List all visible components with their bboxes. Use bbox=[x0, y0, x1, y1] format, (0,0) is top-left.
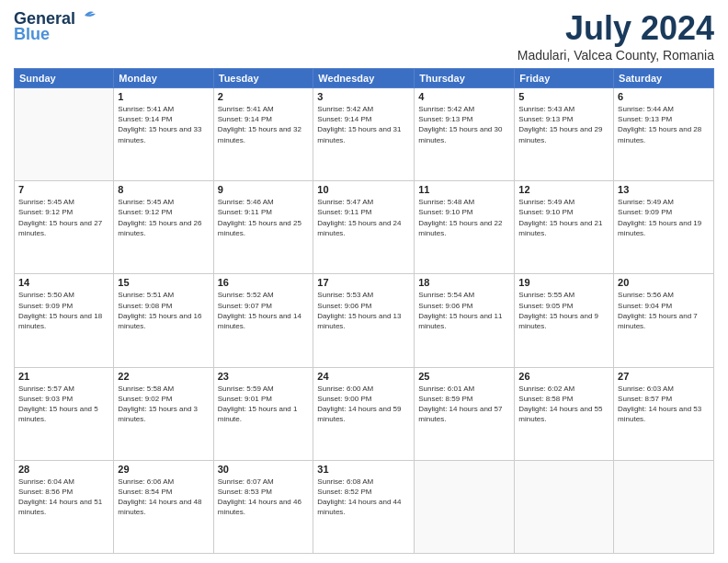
cell-w2-d6: 12Sunrise: 5:49 AM Sunset: 9:10 PM Dayli… bbox=[515, 181, 614, 274]
day-number: 10 bbox=[317, 184, 410, 195]
day-number: 21 bbox=[18, 371, 109, 382]
day-number: 28 bbox=[18, 464, 109, 475]
weekday-header-row: Sunday Monday Tuesday Wednesday Thursday… bbox=[15, 69, 714, 88]
day-number: 27 bbox=[618, 371, 710, 382]
day-info: Sunrise: 5:45 AM Sunset: 9:12 PM Dayligh… bbox=[118, 197, 209, 238]
cell-w4-d5: 25Sunrise: 6:01 AM Sunset: 8:59 PM Dayli… bbox=[415, 367, 515, 460]
day-info: Sunrise: 5:49 AM Sunset: 9:10 PM Dayligh… bbox=[518, 197, 609, 238]
day-number: 25 bbox=[418, 371, 510, 382]
day-number: 16 bbox=[218, 277, 310, 288]
day-info: Sunrise: 6:01 AM Sunset: 8:59 PM Dayligh… bbox=[418, 384, 510, 425]
day-info: Sunrise: 5:50 AM Sunset: 9:09 PM Dayligh… bbox=[18, 290, 109, 331]
day-info: Sunrise: 5:49 AM Sunset: 9:09 PM Dayligh… bbox=[618, 197, 710, 238]
cell-w1-d3: 2Sunrise: 5:41 AM Sunset: 9:14 PM Daylig… bbox=[213, 88, 313, 181]
month-title: July 2024 bbox=[518, 9, 714, 48]
day-info: Sunrise: 5:58 AM Sunset: 9:02 PM Dayligh… bbox=[118, 384, 209, 425]
logo: General Blue bbox=[14, 9, 97, 44]
day-info: Sunrise: 5:48 AM Sunset: 9:10 PM Dayligh… bbox=[418, 197, 510, 238]
cell-w5-d1: 28Sunrise: 6:04 AM Sunset: 8:56 PM Dayli… bbox=[15, 460, 114, 553]
day-info: Sunrise: 5:55 AM Sunset: 9:05 PM Dayligh… bbox=[518, 290, 609, 331]
day-number: 7 bbox=[18, 184, 109, 195]
cell-w3-d7: 20Sunrise: 5:56 AM Sunset: 9:04 PM Dayli… bbox=[614, 274, 714, 367]
day-number: 22 bbox=[118, 371, 209, 382]
cell-w2-d1: 7Sunrise: 5:45 AM Sunset: 9:12 PM Daylig… bbox=[15, 181, 114, 274]
cell-w3-d6: 19Sunrise: 5:55 AM Sunset: 9:05 PM Dayli… bbox=[515, 274, 614, 367]
day-number: 5 bbox=[518, 91, 609, 102]
cell-w3-d2: 15Sunrise: 5:51 AM Sunset: 9:08 PM Dayli… bbox=[114, 274, 213, 367]
day-info: Sunrise: 5:53 AM Sunset: 9:06 PM Dayligh… bbox=[317, 290, 410, 331]
day-info: Sunrise: 6:02 AM Sunset: 8:58 PM Dayligh… bbox=[518, 384, 609, 425]
cell-w5-d7 bbox=[614, 460, 714, 553]
cell-w1-d4: 3Sunrise: 5:42 AM Sunset: 9:14 PM Daylig… bbox=[313, 88, 415, 181]
day-info: Sunrise: 6:06 AM Sunset: 8:54 PM Dayligh… bbox=[118, 477, 209, 518]
logo-blue: Blue bbox=[14, 25, 50, 44]
header-thursday: Thursday bbox=[415, 69, 515, 88]
header-saturday: Saturday bbox=[614, 69, 714, 88]
header-friday: Friday bbox=[515, 69, 614, 88]
day-info: Sunrise: 6:03 AM Sunset: 8:57 PM Dayligh… bbox=[618, 384, 710, 425]
cell-w4-d4: 24Sunrise: 6:00 AM Sunset: 9:00 PM Dayli… bbox=[313, 367, 415, 460]
cell-w1-d1 bbox=[15, 88, 114, 181]
day-info: Sunrise: 5:52 AM Sunset: 9:07 PM Dayligh… bbox=[218, 290, 310, 331]
day-number: 30 bbox=[218, 464, 310, 475]
day-info: Sunrise: 5:54 AM Sunset: 9:06 PM Dayligh… bbox=[418, 290, 510, 331]
day-number: 6 bbox=[618, 91, 710, 102]
header-monday: Monday bbox=[114, 69, 213, 88]
day-number: 12 bbox=[518, 184, 609, 195]
day-number: 26 bbox=[518, 371, 609, 382]
cell-w4-d7: 27Sunrise: 6:03 AM Sunset: 8:57 PM Dayli… bbox=[614, 367, 714, 460]
cell-w1-d5: 4Sunrise: 5:42 AM Sunset: 9:13 PM Daylig… bbox=[415, 88, 515, 181]
day-info: Sunrise: 5:41 AM Sunset: 9:14 PM Dayligh… bbox=[218, 104, 310, 145]
day-info: Sunrise: 6:04 AM Sunset: 8:56 PM Dayligh… bbox=[18, 477, 109, 518]
day-info: Sunrise: 5:42 AM Sunset: 9:13 PM Dayligh… bbox=[418, 104, 510, 145]
cell-w1-d6: 5Sunrise: 5:43 AM Sunset: 9:13 PM Daylig… bbox=[515, 88, 614, 181]
week-row-5: 28Sunrise: 6:04 AM Sunset: 8:56 PM Dayli… bbox=[15, 460, 714, 553]
day-number: 8 bbox=[118, 184, 209, 195]
calendar-page: General Blue July 2024 Madulari, Valcea … bbox=[0, 0, 728, 563]
day-info: Sunrise: 5:46 AM Sunset: 9:11 PM Dayligh… bbox=[218, 197, 310, 238]
day-info: Sunrise: 5:44 AM Sunset: 9:13 PM Dayligh… bbox=[618, 104, 710, 145]
cell-w5-d2: 29Sunrise: 6:06 AM Sunset: 8:54 PM Dayli… bbox=[114, 460, 213, 553]
cell-w2-d2: 8Sunrise: 5:45 AM Sunset: 9:12 PM Daylig… bbox=[114, 181, 213, 274]
day-number: 9 bbox=[218, 184, 310, 195]
day-number: 31 bbox=[317, 464, 410, 475]
day-number: 1 bbox=[118, 91, 209, 102]
day-info: Sunrise: 5:56 AM Sunset: 9:04 PM Dayligh… bbox=[618, 290, 710, 331]
day-number: 2 bbox=[218, 91, 310, 102]
title-area: July 2024 Madulari, Valcea County, Roman… bbox=[518, 9, 714, 63]
cell-w4-d1: 21Sunrise: 5:57 AM Sunset: 9:03 PM Dayli… bbox=[15, 367, 114, 460]
location-title: Madulari, Valcea County, Romania bbox=[518, 48, 714, 63]
cell-w2-d5: 11Sunrise: 5:48 AM Sunset: 9:10 PM Dayli… bbox=[415, 181, 515, 274]
cell-w3-d1: 14Sunrise: 5:50 AM Sunset: 9:09 PM Dayli… bbox=[15, 274, 114, 367]
day-info: Sunrise: 5:42 AM Sunset: 9:14 PM Dayligh… bbox=[317, 104, 410, 145]
day-info: Sunrise: 6:00 AM Sunset: 9:00 PM Dayligh… bbox=[317, 384, 410, 425]
cell-w5-d6 bbox=[515, 460, 614, 553]
day-number: 17 bbox=[317, 277, 410, 288]
week-row-2: 7Sunrise: 5:45 AM Sunset: 9:12 PM Daylig… bbox=[15, 181, 714, 274]
cell-w3-d5: 18Sunrise: 5:54 AM Sunset: 9:06 PM Dayli… bbox=[415, 274, 515, 367]
cell-w5-d4: 31Sunrise: 6:08 AM Sunset: 8:52 PM Dayli… bbox=[313, 460, 415, 553]
cell-w2-d4: 10Sunrise: 5:47 AM Sunset: 9:11 PM Dayli… bbox=[313, 181, 415, 274]
cell-w4-d3: 23Sunrise: 5:59 AM Sunset: 9:01 PM Dayli… bbox=[213, 367, 313, 460]
day-number: 15 bbox=[118, 277, 209, 288]
day-number: 13 bbox=[618, 184, 710, 195]
week-row-3: 14Sunrise: 5:50 AM Sunset: 9:09 PM Dayli… bbox=[15, 274, 714, 367]
header: General Blue July 2024 Madulari, Valcea … bbox=[14, 9, 714, 63]
logo-bird-icon bbox=[77, 8, 97, 23]
day-number: 19 bbox=[518, 277, 609, 288]
cell-w3-d4: 17Sunrise: 5:53 AM Sunset: 9:06 PM Dayli… bbox=[313, 274, 415, 367]
day-number: 11 bbox=[418, 184, 510, 195]
cell-w5-d5 bbox=[415, 460, 515, 553]
day-number: 24 bbox=[317, 371, 410, 382]
day-info: Sunrise: 5:43 AM Sunset: 9:13 PM Dayligh… bbox=[518, 104, 609, 145]
calendar-table: Sunday Monday Tuesday Wednesday Thursday… bbox=[14, 68, 714, 554]
day-number: 18 bbox=[418, 277, 510, 288]
cell-w2-d3: 9Sunrise: 5:46 AM Sunset: 9:11 PM Daylig… bbox=[213, 181, 313, 274]
day-number: 20 bbox=[618, 277, 710, 288]
cell-w1-d2: 1Sunrise: 5:41 AM Sunset: 9:14 PM Daylig… bbox=[114, 88, 213, 181]
day-info: Sunrise: 5:57 AM Sunset: 9:03 PM Dayligh… bbox=[18, 384, 109, 425]
week-row-4: 21Sunrise: 5:57 AM Sunset: 9:03 PM Dayli… bbox=[15, 367, 714, 460]
day-number: 4 bbox=[418, 91, 510, 102]
day-info: Sunrise: 5:51 AM Sunset: 9:08 PM Dayligh… bbox=[118, 290, 209, 331]
cell-w3-d3: 16Sunrise: 5:52 AM Sunset: 9:07 PM Dayli… bbox=[213, 274, 313, 367]
